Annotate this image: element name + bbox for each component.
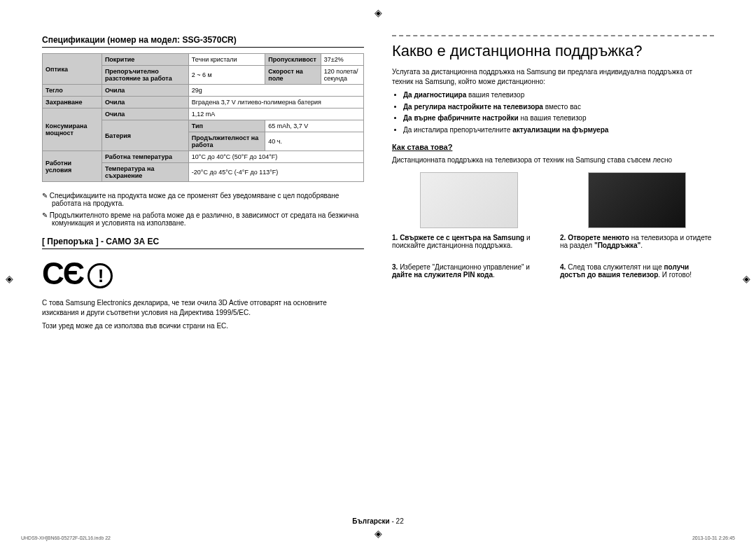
note-1: ✎ Спецификациите на продукта може да се …	[52, 192, 364, 207]
page-content: Спецификации (номер на модел: SSG-3570CR…	[0, 0, 756, 356]
recommendation-heading: [ Препоръка ] - САМО ЗА ЕС	[42, 237, 364, 249]
registration-mark-bottom: ◈	[374, 528, 382, 539]
note-2: ✎ Продължителното време на работа може д…	[52, 211, 364, 227]
cell: Тегло	[43, 85, 102, 97]
cell: Очила	[102, 85, 188, 97]
footer-language: Български	[352, 517, 389, 525]
cell: 40 ч.	[265, 132, 364, 151]
list-item: Да регулира настройките на телевизора вм…	[403, 102, 714, 112]
list-item: Да върне фабричните настройки на вашия т…	[403, 113, 714, 123]
cell: 1,12 mA	[188, 108, 363, 120]
cell: 37±2%	[321, 54, 363, 66]
cell: Работна температура	[102, 151, 188, 163]
cell: 65 mAh, 3,7 V	[265, 120, 364, 132]
ce-declaration: С това Samsung Electronics декларира, че…	[42, 298, 364, 317]
left-column: Спецификации (номер на модел: SSG-3570CR…	[42, 35, 364, 335]
list-item: Да инсталира препоръчителните актуализац…	[403, 125, 714, 135]
cell: Оптика	[43, 54, 102, 85]
cell: Работни условия	[43, 151, 102, 182]
cell: 2 ~ 6 м	[188, 66, 265, 85]
cell: Вградена 3,7 V литиево-полимерна батерия	[188, 97, 363, 108]
cell: Тип	[188, 120, 265, 132]
step-1: 1. Свържете се с центъра на Samsung и по…	[392, 172, 546, 249]
step-2-image	[588, 172, 686, 228]
ce-mark: CЄ!	[42, 256, 364, 291]
step-3: 3. Изберете "Дистанционно управление" и …	[392, 263, 546, 279]
cell: Препоръчително разстояние за работа	[102, 66, 188, 85]
list-item: Да диагностицира вашия телевизор	[403, 90, 714, 100]
spec-heading: Спецификации (номер на модел: SSG-3570CR…	[42, 35, 364, 48]
how-heading: Как става това?	[392, 143, 714, 151]
cell: Температура на съхранение	[102, 163, 188, 182]
cell: Очила	[102, 97, 188, 108]
footer-page-number: 22	[396, 517, 404, 525]
intro-text: Услугата за дистанционна поддръжка на Sa…	[392, 67, 714, 86]
cell: 10°C до 40°C (50°F до 104°F)	[188, 151, 363, 163]
registration-mark-right: ◈	[743, 273, 750, 284]
cell: 29g	[188, 85, 363, 97]
cell: Покритие	[102, 54, 188, 66]
page-footer: Български - 22	[0, 517, 756, 525]
cell: Захранване	[43, 97, 102, 108]
spec-table: Оптика Покритие Течни кристали Пропускли…	[42, 53, 364, 182]
cell: Продължителност на работа	[188, 132, 265, 151]
print-timestamp: 2013-10-31 2:26:45	[692, 536, 735, 540]
step-4: 4. След това служителят ни ще получи дос…	[560, 263, 714, 279]
registration-mark-left: ◈	[6, 273, 13, 284]
how-text: Дистанционната поддръжка на телевизора о…	[392, 155, 714, 165]
alert-icon: !	[88, 263, 113, 288]
right-column: Какво е дистанционна поддръжка? Услугата…	[392, 35, 714, 335]
cell: 120 полета/секунда	[321, 66, 363, 85]
eu-usage: Този уред може да се използва във всички…	[42, 321, 364, 331]
feature-list: Да диагностицира вашия телевизор Да регу…	[392, 90, 714, 134]
cell: -20°C до 45°C (-4°F до 113°F)	[188, 163, 363, 182]
step-1-image	[420, 172, 518, 228]
cell: Очила	[102, 108, 188, 120]
cell: Консумирана мощност	[43, 108, 102, 151]
registration-mark-top: ◈	[374, 7, 382, 18]
step-2: 2. Отворете менюто на телевизора и отиде…	[560, 172, 714, 249]
cell: Батерия	[102, 120, 188, 151]
cell: Течни кристали	[188, 54, 265, 66]
ce-text: CЄ	[42, 256, 83, 290]
cell: Пропускливост	[265, 54, 321, 66]
print-filename: UHDS9-XH]BN68-05272F-02L16.indb 22	[21, 536, 111, 540]
steps-grid: 1. Свържете се с центъра на Samsung и по…	[392, 172, 714, 279]
cell: Скорост на поле	[265, 66, 321, 85]
remote-support-title: Какво е дистанционна поддръжка?	[392, 35, 714, 60]
